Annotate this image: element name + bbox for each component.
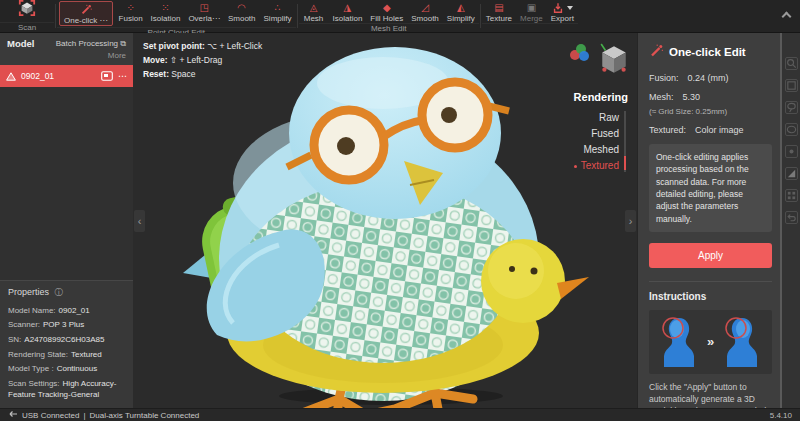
textured-row: Textured:Color image — [649, 125, 772, 135]
toolbar-group-output: ▤ Texture ▣ Merge Export — [482, 0, 578, 32]
model-item-menu-icon[interactable]: ⋯ — [118, 71, 127, 81]
mesh-isolation-button[interactable]: ◮ Isolation — [329, 0, 367, 23]
texture-button[interactable]: ▤ Texture — [482, 0, 516, 23]
properties-section: Properties ⓘ Model Name:0902_01 Scanner:… — [0, 280, 133, 408]
pc-smooth-button[interactable]: ◠ Smooth — [224, 0, 260, 27]
mesh-icon: ◬ — [310, 2, 318, 14]
rendering-options: Raw Fused Meshed Textured — [574, 107, 628, 176]
model-preview-icon[interactable] — [101, 71, 113, 81]
property-row: Scan Settings:High Accuracy-Feature Trac… — [8, 378, 125, 401]
lasso-select-icon[interactable] — [785, 101, 798, 114]
fill-holes-button[interactable]: ◆ Fill Holes — [366, 0, 407, 23]
fusion-row: Fusion:0.24 (mm) — [649, 73, 772, 83]
scan-caption: Scan — [0, 22, 54, 32]
properties-info-icon[interactable]: ⓘ — [55, 287, 64, 297]
grid-tool-icon[interactable] — [785, 189, 798, 202]
texture-icon: ▤ — [494, 2, 503, 14]
toolbar-separator — [297, 4, 298, 28]
transform-arrow-icon: » — [707, 334, 714, 349]
model-list-empty-area — [0, 87, 133, 280]
pc-smooth-icon: ◠ — [237, 2, 246, 14]
rendering-overlay: Rendering Raw Fused Meshed Textured — [568, 43, 628, 176]
one-click-edit-panel: One-click Edit Fusion:0.24 (mm) Mesh:5.3… — [637, 33, 800, 408]
toolbar: Scan One-click ⋯ ⁘ — [0, 0, 800, 33]
toolbar-separator — [55, 4, 56, 28]
hint-reset: Reset: Space — [143, 67, 262, 81]
rect-select-icon[interactable] — [785, 79, 798, 92]
main-area: Model Batch Processing ⧉ More 0902_01 ⋯ — [0, 33, 800, 408]
corner-fill-icon[interactable] — [785, 167, 798, 180]
orientation-cube-gizmo[interactable] — [600, 43, 628, 79]
rendering-option-raw[interactable]: Raw — [574, 112, 619, 123]
grid-size-note: (≈ Grid Size: 0.25mm) — [649, 107, 772, 116]
property-row: Scanner:POP 3 Plus — [8, 319, 125, 331]
scan-icon — [18, 2, 36, 14]
mesh-simplify-button[interactable]: ◭ Simplify — [443, 0, 479, 23]
viewport-hints: Set pivot point: ⌥ + Left-Click Move: ⇧ … — [143, 39, 262, 81]
pc-isolation-button[interactable]: ⁙ Isolation — [147, 0, 185, 27]
model-item-name: 0902_01 — [21, 71, 96, 81]
pc-isolation-icon: ⁙ — [161, 2, 169, 14]
rgb-color-icon[interactable] — [568, 43, 592, 67]
one-click-button[interactable]: One-click ⋯ — [59, 1, 113, 26]
fusion-button[interactable]: ⁘ Fusion — [115, 0, 147, 27]
mesh-row: Mesh:5.30 — [649, 92, 772, 102]
usb-connection-icon — [8, 410, 18, 420]
toolbar-separator — [480, 4, 481, 28]
toolbar-group-point-cloud-edit: One-click ⋯ ⁘ Fusion ⁙ Isolation ◳ Overl… — [57, 0, 296, 32]
mesh-edit-caption: Mesh Edit — [299, 23, 479, 33]
pc-simplify-icon: ∴ — [274, 2, 280, 14]
property-row: SN:A24708992C6H03A85 — [8, 334, 125, 346]
property-row: Model Type :Continuous — [8, 363, 125, 375]
properties-title: Properties — [8, 287, 49, 297]
instructions-paragraph-1: Click the "Apply" button to automaticall… — [649, 382, 772, 408]
fill-holes-icon: ◆ — [383, 2, 391, 14]
overlap-icon: ◳ — [199, 2, 208, 14]
hint-move: Move: ⇧ + Left-Drag — [143, 53, 262, 67]
rendering-option-fused[interactable]: Fused — [574, 128, 619, 139]
3d-viewport[interactable]: Set pivot point: ⌥ + Left-Click Move: ⇧ … — [133, 33, 637, 408]
mesh-smooth-button[interactable]: ◿ Smooth — [407, 0, 443, 23]
model-panel-title: Model — [7, 38, 34, 49]
usb-status-text: USB Connected — [22, 411, 79, 420]
collapse-left-panel-button[interactable]: ‹ — [134, 210, 145, 232]
bust-before-image — [660, 316, 698, 368]
brush-select-icon[interactable] — [785, 145, 798, 158]
collapse-right-panel-button[interactable]: › — [625, 210, 636, 232]
model-list-item[interactable]: 0902_01 ⋯ — [0, 65, 133, 87]
collapse-toolbar-chevron[interactable] — [782, 12, 792, 22]
select-zoom-icon[interactable] — [785, 57, 798, 70]
scan-button[interactable] — [0, 0, 54, 22]
app-version: 5.4.10 — [770, 411, 792, 420]
instructions-title: Instructions — [649, 291, 772, 302]
more-button[interactable]: More — [7, 49, 126, 63]
export-button[interactable]: Export — [547, 0, 578, 23]
magic-wand-icon — [80, 4, 92, 16]
rendering-title: Rendering — [574, 91, 628, 103]
app-window: Scan One-click ⋯ ⁘ — [0, 0, 800, 421]
bust-after-image — [723, 316, 761, 368]
fusion-icon: ⁘ — [126, 2, 134, 14]
model-panel: Model Batch Processing ⧉ More 0902_01 ⋯ — [0, 33, 133, 408]
merge-button[interactable]: ▣ Merge — [516, 0, 547, 23]
rendering-option-meshed[interactable]: Meshed — [574, 144, 619, 155]
one-click-info-box: One-click editing applies processing bas… — [649, 144, 772, 232]
apply-button[interactable]: Apply — [649, 243, 772, 268]
pc-simplify-button[interactable]: ∴ Simplify — [260, 0, 296, 27]
batch-processing-button[interactable]: Batch Processing ⧉ — [56, 39, 126, 49]
property-row: Rendering State:Textured — [8, 349, 125, 361]
one-click-edit-title: One-click Edit — [669, 46, 746, 58]
one-click-label: One-click ⋯ — [64, 16, 108, 25]
turntable-status-text: Dual-axis Turntable Connected — [89, 411, 199, 420]
undo-icon[interactable] — [785, 211, 798, 224]
one-click-edit-icon — [649, 44, 663, 60]
mesh-button[interactable]: ◬ Mesh — [299, 0, 329, 23]
export-dropdown-caret[interactable] — [567, 6, 573, 10]
merge-icon: ▣ — [527, 2, 536, 14]
rendering-option-textured[interactable]: Textured — [574, 160, 619, 171]
status-bar: USB Connected | Dual-axis Turntable Conn… — [0, 408, 800, 421]
model-mesh-icon — [6, 72, 16, 81]
overlap-button[interactable]: ◳ Overla⋯ — [184, 0, 224, 27]
3d-model-bird[interactable] — [133, 33, 637, 408]
ellipse-select-icon[interactable] — [785, 123, 798, 136]
